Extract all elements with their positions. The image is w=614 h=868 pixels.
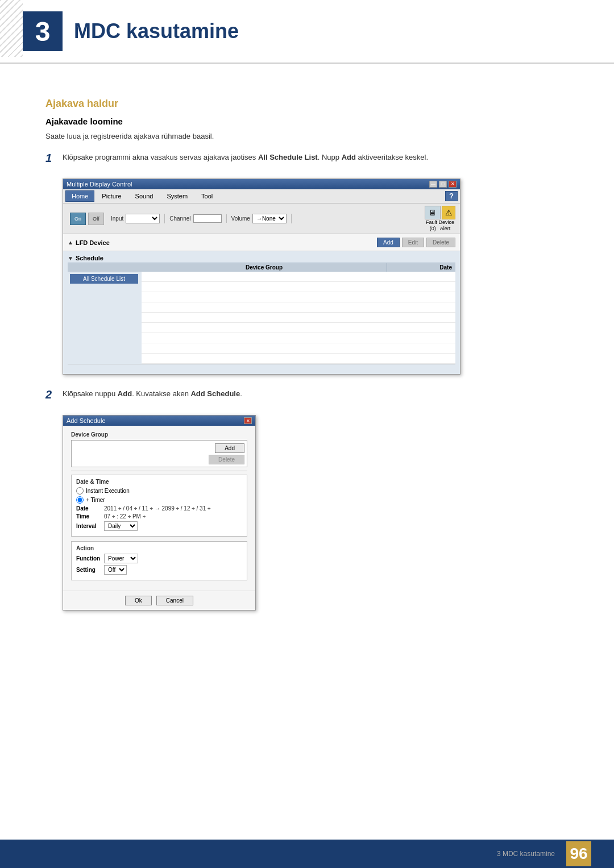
chapter-number: 3: [35, 16, 51, 47]
page-header: 3 MDC kasutamine: [0, 0, 614, 64]
off-button[interactable]: Off: [88, 213, 104, 225]
interval-row: Interval Daily Weekly Once: [76, 521, 242, 531]
date-value: 2011 ÷ / 04 ÷ / 11 ÷ → 2099 ÷ / 12 ÷ / 3…: [104, 505, 210, 512]
date-time-title: Date & Time: [76, 479, 242, 485]
step-1-text: Klõpsake programmi akna vasakus servas a…: [63, 152, 580, 164]
add-button[interactable]: Add: [377, 238, 400, 247]
fault-device-item: 🖥 ⚠ Fault Device (0) Alert: [425, 206, 455, 232]
menu-sound[interactable]: Sound: [129, 190, 160, 202]
window-title-bar: Multiple Display Control — □ ✕: [63, 179, 460, 189]
step2-bold2: Add Schedule: [190, 389, 240, 398]
maximize-button[interactable]: □: [439, 181, 447, 188]
timer-radio[interactable]: [76, 496, 84, 504]
step-2-number: 2: [45, 388, 63, 401]
ok-button[interactable]: Ok: [125, 596, 152, 605]
body-text: Saate luua ja registreerida ajakava rühm…: [45, 131, 580, 143]
setting-label: Setting: [76, 567, 102, 573]
schedule-list-row: All Schedule List: [68, 272, 455, 364]
tree-header: ▲ LFD Device Add Edit Delete: [68, 236, 455, 248]
step-1-number: 1: [45, 152, 63, 165]
decorative-pattern: [0, 0, 23, 57]
schedule-label: Schedule: [76, 255, 103, 261]
schedule-expand-icon: ▼: [68, 255, 73, 261]
schedule-row-1: [142, 272, 455, 282]
step1-text-part1: Klõpsake programmi akna vasakus servas a…: [63, 153, 258, 161]
dialog-delete-button[interactable]: Delete: [209, 455, 244, 464]
schedule-row-4: [142, 302, 455, 313]
schedule-section: ▼ Schedule Device Group Date All Schedul…: [63, 251, 460, 374]
schedule-row-8: [142, 343, 455, 354]
menu-bar: Home Picture Sound System Tool ?: [63, 189, 460, 203]
on-button[interactable]: On: [70, 213, 86, 225]
function-select[interactable]: Power Volume: [104, 554, 138, 563]
cancel-button[interactable]: Cancel: [156, 596, 193, 605]
dialog-title: Add Schedule: [67, 417, 106, 424]
time-row-label: Time: [76, 513, 102, 520]
mdc-window: Multiple Display Control — □ ✕ Home Pict…: [63, 178, 460, 375]
page-number: 96: [566, 841, 591, 866]
channel-group: Channel: [169, 214, 226, 223]
window-title: Multiple Display Control: [67, 181, 132, 188]
instant-exec-label: Instant Execution: [86, 488, 130, 494]
instant-exec-radio[interactable]: [76, 487, 84, 495]
schedule-rows: All Schedule List: [68, 272, 455, 364]
schedule-row-3: [142, 292, 455, 302]
dialog-close-button[interactable]: ✕: [244, 417, 252, 424]
mdc-toolbar: On Off Input Channel Volume →None→: [63, 203, 460, 235]
action-title: Action: [76, 545, 242, 551]
menu-tool[interactable]: Tool: [195, 190, 219, 202]
schedule-scrollbar[interactable]: [68, 364, 455, 372]
schedule-grid-header: Device Group Date: [68, 263, 455, 272]
menu-system[interactable]: System: [160, 190, 194, 202]
menu-home[interactable]: Home: [65, 190, 94, 202]
interval-row-label: Interval: [76, 523, 102, 529]
schedule-row: ▼ Schedule: [68, 255, 103, 261]
input-group: Input: [111, 214, 165, 223]
step2-bold1: Add: [118, 389, 132, 398]
tree-expand-icon: ▲: [68, 239, 73, 246]
content-area: Ajakava haldur Ajakavade loomine Saate l…: [0, 75, 614, 658]
interval-select[interactable]: Daily Weekly Once: [104, 521, 138, 531]
page-footer: 3 MDC kasutamine 96: [0, 840, 614, 868]
menu-picture[interactable]: Picture: [96, 190, 127, 202]
action-section: Action Function Power Volume Setting Off…: [71, 541, 247, 580]
input-select[interactable]: [126, 214, 160, 223]
schedule-sidebar: All Schedule List: [68, 272, 142, 364]
volume-group: Volume →None→: [231, 214, 292, 223]
device-group-col: Device Group: [142, 263, 387, 272]
fault-device-label: Fault Device (0) Alert: [426, 219, 454, 232]
help-button[interactable]: ?: [445, 191, 458, 201]
footer-text: 3 MDC kasutamine: [497, 850, 555, 858]
date-col: Date: [387, 263, 455, 272]
section-title: Ajakava haldur: [45, 98, 580, 110]
setting-row: Setting Off On: [76, 565, 242, 575]
instant-exec-row: Instant Execution: [76, 487, 242, 495]
date-row-label: Date: [76, 505, 102, 512]
mdc-main-content: ▲ LFD Device Add Edit Delete ▼ Schedule: [63, 234, 460, 374]
step1-text2: . Nupp: [318, 153, 342, 161]
edit-button[interactable]: Edit: [402, 238, 424, 247]
channel-input[interactable]: [193, 214, 222, 223]
subsection-title: Ajakavade loomine: [45, 117, 580, 126]
input-label: Input: [111, 215, 123, 222]
time-value: 07 ÷ : 22 ÷ PM ÷: [104, 513, 146, 520]
date-time-section: Date & Time Instant Execution + Timer Da…: [71, 475, 247, 537]
all-schedule-button[interactable]: All Schedule List: [70, 274, 138, 284]
step2-text2: . Kuvatakse aken: [132, 389, 190, 398]
tree-buttons: Add Edit Delete: [377, 238, 455, 247]
schedule-row-9: [142, 354, 455, 364]
window-controls: — □ ✕: [429, 181, 457, 188]
function-label: Function: [76, 555, 102, 562]
step-1-container: 1 Klõpsake programmi akna vasakus servas…: [45, 152, 580, 165]
schedule-row-5: [142, 313, 455, 323]
close-button[interactable]: ✕: [449, 181, 457, 188]
dialog-footer: Ok Cancel: [63, 591, 255, 610]
channel-label: Channel: [169, 215, 190, 222]
setting-select[interactable]: Off On: [104, 565, 127, 575]
timer-row: + Timer: [76, 496, 242, 504]
delete-button[interactable]: Delete: [426, 238, 455, 247]
dialog-add-button[interactable]: Add: [215, 443, 244, 453]
on-off-group: On Off: [68, 210, 106, 227]
volume-select[interactable]: →None→: [252, 214, 287, 223]
minimize-button[interactable]: —: [429, 181, 437, 188]
